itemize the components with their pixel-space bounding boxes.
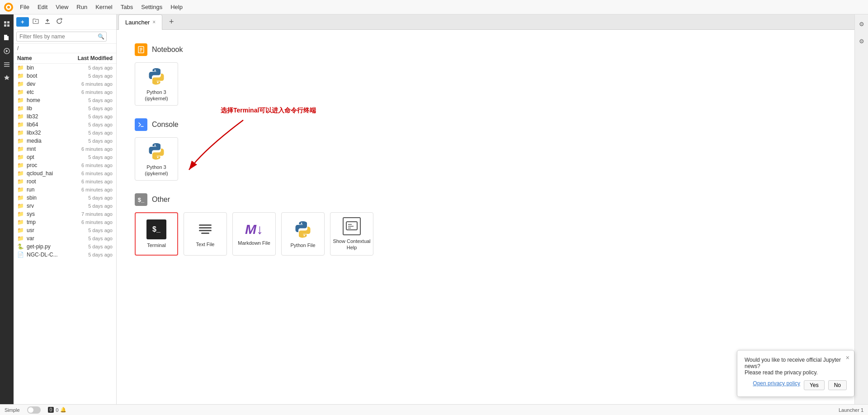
launcher-status-right: Launcher 1 <box>839 407 863 413</box>
file-item[interactable]: 📁 srv 5 days ago <box>14 202 116 210</box>
search-icon: 🔍 <box>98 33 104 40</box>
new-launcher-button[interactable]: + <box>16 17 29 27</box>
terminal-card-label: Terminal <box>147 242 166 248</box>
file-modified: 5 days ago <box>67 195 113 201</box>
file-item[interactable]: 📁 lib64 5 days ago <box>14 121 116 129</box>
file-modified: 5 days ago <box>67 244 113 249</box>
menu-file[interactable]: File <box>16 2 33 12</box>
file-name: opt <box>27 154 67 160</box>
file-item[interactable]: 📁 home 5 days ago <box>14 96 116 104</box>
console-section-title: Console <box>152 121 179 129</box>
file-item[interactable]: 📁 sys 7 minutes ago <box>14 210 116 218</box>
file-item[interactable]: 📁 dev 6 minutes ago <box>14 80 116 88</box>
text-file-card[interactable]: Text File <box>184 212 227 256</box>
file-item[interactable]: 📁 var 5 days ago <box>14 234 116 242</box>
file-name: etc <box>27 89 67 95</box>
sidebar-files-icon[interactable] <box>1 32 13 43</box>
file-item[interactable]: 📁 usr 5 days ago <box>14 226 116 234</box>
launcher-tab-close[interactable]: × <box>152 19 156 25</box>
show-contextual-help-card[interactable]: Show Contextual Help <box>330 212 373 256</box>
launcher-tab[interactable]: Launcher × <box>118 14 162 30</box>
svg-rect-5 <box>4 24 6 27</box>
folder-icon: 📁 <box>17 154 24 160</box>
menu-view[interactable]: View <box>52 2 72 12</box>
notification-no-button[interactable]: No <box>828 380 847 390</box>
open-privacy-policy-link[interactable]: Open privacy policy <box>753 380 800 390</box>
file-modified: 5 days ago <box>67 114 113 119</box>
file-item[interactable]: 📁 qcloud_hai 6 minutes ago <box>14 169 116 177</box>
file-item[interactable]: 📁 etc 6 minutes ago <box>14 88 116 96</box>
folder-icon: 📁 <box>17 235 24 242</box>
sidebar-icons <box>0 14 14 404</box>
file-item[interactable]: 📁 boot 5 days ago <box>14 72 116 80</box>
new-folder-button[interactable] <box>31 16 41 28</box>
sidebar-extensions-icon[interactable] <box>1 72 13 84</box>
file-item[interactable]: 📁 bin 5 days ago <box>14 64 116 72</box>
file-item[interactable]: 📁 root 6 minutes ago <box>14 177 116 186</box>
file-modified: 6 minutes ago <box>67 179 113 184</box>
file-item[interactable]: 📁 lib 5 days ago <box>14 104 116 112</box>
file-name: NGC-DL-C... <box>27 252 67 258</box>
upload-button[interactable] <box>42 16 52 28</box>
refresh-button[interactable] <box>54 16 64 28</box>
file-name: home <box>27 97 67 103</box>
markdown-card-label: Markdown File <box>238 240 270 246</box>
file-modified: 5 days ago <box>67 252 113 257</box>
menubar: File Edit View Run Kernel Tabs Settings … <box>0 0 868 14</box>
textfile-icon <box>196 220 214 238</box>
file-item[interactable]: 📁 tmp 6 minutes ago <box>14 218 116 226</box>
menu-tabs[interactable]: Tabs <box>117 2 137 12</box>
file-item[interactable]: 📁 mnt 6 minutes ago <box>14 145 116 153</box>
file-item[interactable]: 🐍 get-pip.py 5 days ago <box>14 242 116 251</box>
file-item[interactable]: 📁 opt 5 days ago <box>14 153 116 161</box>
notification-yes-button[interactable]: Yes <box>804 380 825 390</box>
notification-close-button[interactable]: × <box>846 354 849 361</box>
new-tab-button[interactable]: + <box>165 16 178 28</box>
toggle-switch[interactable] <box>27 406 41 414</box>
file-modified: 5 days ago <box>67 228 113 233</box>
markdown-card[interactable]: M↓ Markdown File <box>232 212 276 256</box>
folder-icon: 📁 <box>17 73 24 79</box>
sidebar-filebrowser-icon[interactable] <box>1 18 13 30</box>
right-sidebar: ⚙ ⚙ <box>854 14 868 404</box>
file-modified: 6 minutes ago <box>67 146 113 152</box>
file-item[interactable]: 📁 media 5 days ago <box>14 137 116 145</box>
notebook-section-icon <box>135 43 147 56</box>
col-name-header[interactable]: Name <box>17 55 67 61</box>
settings-right-icon2[interactable]: ⚙ <box>856 35 868 47</box>
other-section-title: Other <box>152 196 170 204</box>
search-input[interactable] <box>16 32 107 42</box>
file-list-header: Name Last Modified <box>14 53 116 64</box>
notebook-python3-card[interactable]: Python 3 (ipykernel) <box>135 62 178 106</box>
svg-rect-6 <box>7 24 9 27</box>
settings-right-icon[interactable]: ⚙ <box>856 18 868 30</box>
python-file-card[interactable]: Python File <box>281 212 325 256</box>
folder-icon: 📁 <box>17 227 24 233</box>
path-bar: / <box>14 44 116 53</box>
file-modified: 5 days ago <box>67 203 113 209</box>
file-item[interactable]: 📁 proc 6 minutes ago <box>14 161 116 169</box>
sidebar-commands-icon[interactable] <box>1 59 13 70</box>
svg-point-2 <box>7 6 10 9</box>
file-item[interactable]: 📁 sbin 5 days ago <box>14 194 116 202</box>
terminal-card[interactable]: $_ Terminal <box>135 212 178 256</box>
file-item[interactable]: 📁 lib32 5 days ago <box>14 112 116 121</box>
menu-edit[interactable]: Edit <box>34 2 51 12</box>
menu-help[interactable]: Help <box>167 2 186 12</box>
folder-icon: 📁 <box>17 146 24 152</box>
file-modified: 5 days ago <box>67 138 113 144</box>
console-python3-card[interactable]: Python 3 (ipykernel) <box>135 137 178 181</box>
file-modified: 6 minutes ago <box>67 163 113 168</box>
file-name: lib64 <box>27 121 67 128</box>
svg-rect-4 <box>7 21 9 23</box>
file-item[interactable]: 📁 run 6 minutes ago <box>14 186 116 194</box>
content-area: Launcher × + Notebook <box>117 14 854 404</box>
file-item[interactable]: 📁 libx32 5 days ago <box>14 129 116 137</box>
menu-kernel[interactable]: Kernel <box>92 2 116 12</box>
menu-settings[interactable]: Settings <box>137 2 166 12</box>
sidebar-running-icon[interactable] <box>1 45 13 57</box>
file-item[interactable]: 📄 NGC-DL-C... 5 days ago <box>14 251 116 259</box>
menu-run[interactable]: Run <box>73 2 91 12</box>
notification-buttons: Open privacy policy Yes No <box>745 380 847 390</box>
notebook-cards: Python 3 (ipykernel) <box>135 62 836 106</box>
